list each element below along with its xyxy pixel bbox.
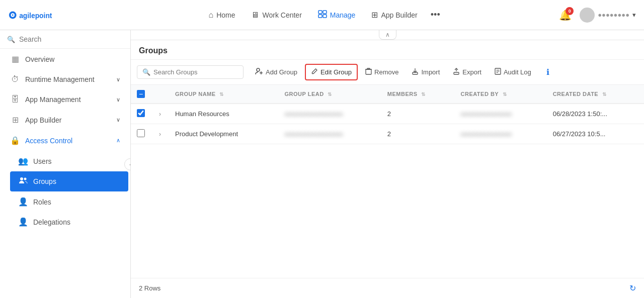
expand-header xyxy=(151,85,169,104)
sort-icon: ⇅ xyxy=(503,91,507,97)
sidebar-item-label: Access Control xyxy=(25,137,72,145)
svg-point-8 xyxy=(20,177,23,180)
access-control-subitems: 👥 Users Groups 👤 Roles 👤 Delegations xyxy=(0,151,130,232)
search-input[interactable] xyxy=(19,35,123,43)
sort-icon: ⇅ xyxy=(602,91,607,97)
appmanagement-icon: 🗄 xyxy=(10,95,20,104)
nav-links: ⌂ Home 🖥 Work Center Manage ⊞ App Builde… xyxy=(89,6,557,24)
nav-manage[interactable]: Manage xyxy=(311,6,363,24)
sidebar-item-users[interactable]: 👥 Users xyxy=(10,151,128,171)
row-1-name: Human Resources xyxy=(169,104,279,124)
edit-icon xyxy=(311,68,318,76)
sidebar-item-label: Delegations xyxy=(33,218,70,226)
sidebar-item-label: Groups xyxy=(33,177,56,185)
chevron-down-icon: ∨ xyxy=(116,96,120,103)
select-all-header[interactable]: − xyxy=(131,85,151,104)
edit-group-button[interactable]: Edit Group xyxy=(305,64,358,80)
row-2-checkbox[interactable] xyxy=(137,129,145,137)
main-content: ∧ Groups 🔍 Add Group xyxy=(131,30,644,298)
main-layout: 🔍 ▦ Overview ⏱ Runtime Management ∨ 🗄 Ap… xyxy=(0,30,644,298)
table-body: › Human Resources ●●●●●●●●●●●●●●●● 2 ●●●… xyxy=(131,104,644,144)
logo[interactable]: agilepoint xyxy=(8,7,68,23)
sort-icon: ⇅ xyxy=(219,91,224,97)
svg-rect-4 xyxy=(318,11,322,14)
row-2-created-by: ●●●●●●●●●●●●●● xyxy=(455,124,547,144)
sidebar-item-groups[interactable]: Groups xyxy=(10,171,128,191)
more-options-button[interactable]: ••• xyxy=(427,8,444,22)
user-menu[interactable]: ●●●●●●●● ▾ xyxy=(580,8,636,23)
svg-point-9 xyxy=(24,178,27,180)
notification-badge: 0 xyxy=(566,7,574,15)
groups-table: − GROUP NAME ⇅ GROUP LEAD ⇅ xyxy=(131,85,644,144)
table-header: − GROUP NAME ⇅ GROUP LEAD ⇅ xyxy=(131,85,644,104)
nav-workcenter[interactable]: 🖥 Work Center xyxy=(244,7,308,24)
table-footer: 2 Rows ↻ xyxy=(131,278,644,298)
deselect-all-button[interactable]: − xyxy=(137,90,145,98)
svg-rect-13 xyxy=(366,69,371,74)
row-1-checkbox-cell[interactable] xyxy=(131,104,151,124)
sidebar-item-label: Runtime Management xyxy=(25,75,95,83)
groups-icon xyxy=(18,176,28,186)
search-groups-box[interactable]: 🔍 xyxy=(137,65,244,79)
svg-rect-7 xyxy=(323,15,327,18)
audit-log-button[interactable]: Audit Log xyxy=(489,64,537,80)
group-lead-header[interactable]: GROUP LEAD ⇅ xyxy=(279,85,381,104)
export-button[interactable]: Export xyxy=(447,64,487,80)
import-button[interactable]: Import xyxy=(406,64,445,80)
nav-appbuilder-label: App Builder xyxy=(381,11,417,19)
export-label: Export xyxy=(462,68,481,76)
sidebar-item-delegations[interactable]: 👤 Delegations xyxy=(10,212,128,232)
members-header[interactable]: MEMBERS ⇅ xyxy=(381,85,455,104)
users-icon: 👥 xyxy=(18,156,28,166)
sidebar-item-roles[interactable]: 👤 Roles xyxy=(10,192,128,212)
groups-panel: Groups 🔍 Add Group xyxy=(131,40,644,298)
top-navigation: agilepoint ⌂ Home 🖥 Work Center Manage ⊞… xyxy=(0,0,644,30)
groups-header: Groups xyxy=(131,40,644,60)
roles-icon: 👤 xyxy=(18,197,28,207)
sidebar-item-label: Users xyxy=(33,157,52,165)
row-2-expand-cell[interactable]: › xyxy=(151,124,169,144)
group-name-header[interactable]: GROUP NAME ⇅ xyxy=(169,85,279,104)
chevron-down-icon: ▾ xyxy=(632,11,636,19)
nav-home-label: Home xyxy=(216,11,235,19)
created-by-header[interactable]: CREATED BY ⇅ xyxy=(455,85,547,104)
info-button[interactable]: ℹ xyxy=(541,64,555,80)
groups-title: Groups xyxy=(139,46,168,55)
row-1-expand-cell[interactable]: › xyxy=(151,104,169,124)
overview-icon: ▦ xyxy=(10,54,20,64)
search-groups-input[interactable] xyxy=(153,68,238,76)
row-2-expand-button[interactable]: › xyxy=(157,130,163,139)
notification-button[interactable]: 🔔 0 xyxy=(557,7,574,23)
toolbar: 🔍 Add Group Edit Group xyxy=(131,60,644,85)
appbuilder-icon: ⊞ xyxy=(371,10,378,20)
remove-button[interactable]: Remove xyxy=(360,64,404,80)
sidebar-item-runtime[interactable]: ⏱ Runtime Management ∨ xyxy=(2,70,128,89)
sidebar-item-overview[interactable]: ▦ Overview xyxy=(2,49,128,69)
nav-right: 🔔 0 ●●●●●●●● ▾ xyxy=(557,7,636,23)
user-name: ●●●●●●●● xyxy=(598,11,629,19)
sidebar-search-box[interactable]: 🔍 xyxy=(0,30,130,49)
svg-point-2 xyxy=(12,14,14,16)
sidebar-item-label: Roles xyxy=(33,198,51,206)
chevron-up-icon: ∧ xyxy=(116,137,120,144)
row-2-checkbox-cell[interactable] xyxy=(131,124,151,144)
nav-home[interactable]: ⌂ Home xyxy=(201,7,242,24)
created-date-header[interactable]: CREATED DATE ⇅ xyxy=(547,85,644,104)
row-1-expand-button[interactable]: › xyxy=(157,110,163,119)
nav-manage-label: Manage xyxy=(330,11,356,19)
sidebar-item-accesscontrol[interactable]: 🔒 Access Control ∧ xyxy=(2,131,128,150)
collapse-topnav-button[interactable]: ∧ xyxy=(379,30,396,40)
sidebar-item-appbuilder[interactable]: ⊞ App Builder ∨ xyxy=(2,110,128,130)
svg-rect-5 xyxy=(323,11,327,14)
refresh-button[interactable]: ↻ xyxy=(629,283,636,293)
groups-table-container: − GROUP NAME ⇅ GROUP LEAD ⇅ xyxy=(131,85,644,278)
row-1-checkbox[interactable] xyxy=(137,109,145,117)
sidebar-item-appmanagement[interactable]: 🗄 App Management ∨ xyxy=(2,90,128,109)
sidebar-item-label: Overview xyxy=(25,55,54,63)
row-2-created-date: 06/27/2023 10:5... xyxy=(547,124,644,144)
home-icon: ⌂ xyxy=(208,11,213,20)
nav-appbuilder[interactable]: ⊞ App Builder xyxy=(364,6,424,24)
add-group-button[interactable]: Add Group xyxy=(250,64,303,80)
row-1-lead: ●●●●●●●●●●●●●●●● xyxy=(279,104,381,124)
row-2-lead: ●●●●●●●●●●●●●●●● xyxy=(279,124,381,144)
